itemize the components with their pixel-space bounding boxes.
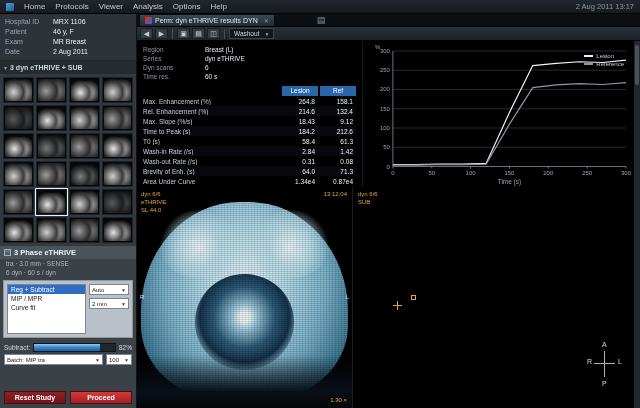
table-row: Rel. Enhancement (%)214.6132.4 (143, 106, 356, 116)
series-group-header[interactable]: ▾ 3 dyn eTHRIVE + SUB (0, 61, 136, 74)
series-thumbnail[interactable] (36, 77, 67, 103)
save-button[interactable]: ▣ (177, 28, 190, 39)
processing-step-item[interactable]: Reg + Subtract (8, 285, 85, 294)
patient-info-label: Date (5, 47, 53, 57)
chevron-down-icon: ▼ (95, 357, 100, 363)
result-parameter-label: Wash-out Rate (/s) (143, 158, 280, 165)
svg-text:100: 100 (380, 125, 391, 131)
results-table: Lesion Ref Max. Enhancement (%)264.8158.… (143, 85, 356, 186)
orientation-compass: A P R L (590, 342, 620, 386)
svg-text:%: % (375, 44, 381, 50)
roi-box-marker[interactable] (411, 295, 416, 300)
result-lesion-value: 214.6 (282, 108, 318, 115)
study-info-value: 6 (205, 63, 209, 72)
series-thumbnail[interactable] (3, 133, 34, 159)
menu-item-analysis[interactable]: Analysis (133, 2, 163, 11)
results-panel: RegionBreast (L)Seriesdyn eTHRIVEDyn sca… (137, 41, 362, 187)
slab-thickness-dropdown[interactable]: 2 mm ▼ (89, 298, 129, 309)
legend-swatch-icon (584, 55, 593, 57)
series-thumbnail[interactable] (102, 77, 133, 103)
viewport-annotation-line: SUB (358, 198, 378, 206)
back-button[interactable]: ◀ (140, 28, 153, 39)
analysis-method-value: Washout (234, 30, 259, 37)
forward-button[interactable]: ▶ (155, 28, 168, 39)
result-ref-value: 0.08 (320, 158, 356, 165)
patient-info-label: Hospital ID (5, 17, 53, 27)
svg-text:50: 50 (383, 144, 390, 150)
series-thumbnail[interactable] (36, 161, 67, 187)
progress-label: Subtract: (4, 344, 30, 351)
app-logo-icon (6, 3, 14, 11)
study-info-row: Dyn scans6 (143, 63, 356, 72)
study-info-value: 60 s (205, 72, 217, 81)
view-mode-dropdown[interactable]: Auto ▼ (89, 284, 129, 295)
menu-items: HomeProtocolsViewerAnalysisOptionsHelp (24, 2, 227, 11)
orientation-label-right: R (140, 293, 144, 301)
series-thumbnail[interactable] (3, 77, 34, 103)
print-icon[interactable]: ▤ (317, 14, 326, 26)
image-count-dropdown[interactable]: 100 ▼ (106, 354, 132, 365)
series-thumbnail[interactable] (69, 217, 100, 243)
patient-info-row: Patient46 y, F (5, 27, 131, 37)
image-annotation-topright: 13:12:04 (324, 190, 347, 198)
close-icon[interactable]: ✕ (264, 17, 269, 24)
processing-step-item[interactable]: Curve fit (8, 303, 85, 312)
series-thumbnail-selected[interactable] (36, 189, 67, 215)
menu-item-viewer[interactable]: Viewer (99, 2, 123, 11)
processing-tools-panel: Reg + SubtractMIP / MPRCurve fit Auto ▼ … (3, 280, 133, 338)
scrollbar-thumb[interactable] (635, 45, 639, 85)
print-button[interactable]: ▤ (192, 28, 205, 39)
series-group-label: 3 dyn eTHRIVE + SUB (10, 64, 83, 71)
reset-study-button[interactable]: Reset Study (4, 391, 66, 404)
section-header[interactable]: 3 Phase eTHRIVE (0, 246, 136, 259)
series-thumbnail[interactable] (69, 77, 100, 103)
svg-text:300: 300 (380, 48, 391, 54)
series-thumbnail[interactable] (3, 189, 34, 215)
processing-steps-list: Reg + SubtractMIP / MPRCurve fit (7, 284, 86, 334)
batch-output-dropdown[interactable]: Batch: MIP tra ▼ (4, 354, 103, 365)
result-lesion-value: 18.43 (282, 118, 318, 125)
secondary-viewport[interactable]: dyn 6/6SUB A P R L (352, 187, 634, 408)
series-thumbnail[interactable] (102, 161, 133, 187)
series-thumbnail[interactable] (102, 217, 133, 243)
series-thumbnail[interactable] (3, 105, 34, 131)
menu-item-help[interactable]: Help (210, 2, 226, 11)
menu-item-options[interactable]: Options (173, 2, 201, 11)
study-info-label: Dyn scans (143, 63, 205, 72)
menu-item-home[interactable]: Home (24, 2, 45, 11)
vertical-scrollbar[interactable] (634, 41, 640, 408)
menu-item-protocols[interactable]: Protocols (55, 2, 88, 11)
section-subtitle-1: tra · 3.0 mm · SENSE (0, 259, 136, 268)
series-thumbnail[interactable] (69, 161, 100, 187)
results-tab[interactable]: Perm: dyn eTHRIVE results DYN ✕ (139, 14, 275, 26)
series-thumbnail[interactable] (3, 161, 34, 187)
series-thumbnail[interactable] (36, 217, 67, 243)
series-thumbnail[interactable] (36, 105, 67, 131)
proceed-button[interactable]: Proceed (70, 391, 132, 404)
chevron-down-icon: ▼ (264, 31, 269, 37)
series-thumbnail[interactable] (69, 189, 100, 215)
application-window: HomeProtocolsViewerAnalysisOptionsHelp 2… (0, 0, 640, 408)
patient-info-value: MR Breast (53, 37, 131, 47)
series-thumbnail[interactable] (36, 133, 67, 159)
progress-bar (33, 343, 116, 352)
series-thumbnail[interactable] (3, 217, 34, 243)
series-thumbnail[interactable] (102, 133, 133, 159)
series-thumbnail[interactable] (69, 105, 100, 131)
processing-step-item[interactable]: MIP / MPR (8, 294, 85, 303)
series-thumbnail[interactable] (102, 105, 133, 131)
image-noise-texture (137, 187, 352, 408)
study-info-value: dyn eTHRIVE (205, 54, 245, 63)
svg-text:200: 200 (543, 170, 554, 176)
mri-image-viewport[interactable]: dyn 6/6eTHRIVESL 44.0 13:12:04 R L 1.30 … (137, 187, 352, 408)
chevron-down-icon: ▾ (4, 64, 7, 71)
roi-crosshair-marker[interactable] (393, 301, 402, 310)
result-lesion-value: 2.84 (282, 148, 318, 155)
series-thumbnail[interactable] (69, 133, 100, 159)
chevron-down-icon: ▼ (121, 301, 126, 307)
copy-button[interactable]: ◫ (207, 28, 220, 39)
section-title: 3 Phase eTHRIVE (14, 248, 76, 257)
series-icon (4, 249, 11, 256)
series-thumbnail[interactable] (102, 189, 133, 215)
analysis-method-dropdown[interactable]: Washout ▼ (229, 28, 274, 39)
